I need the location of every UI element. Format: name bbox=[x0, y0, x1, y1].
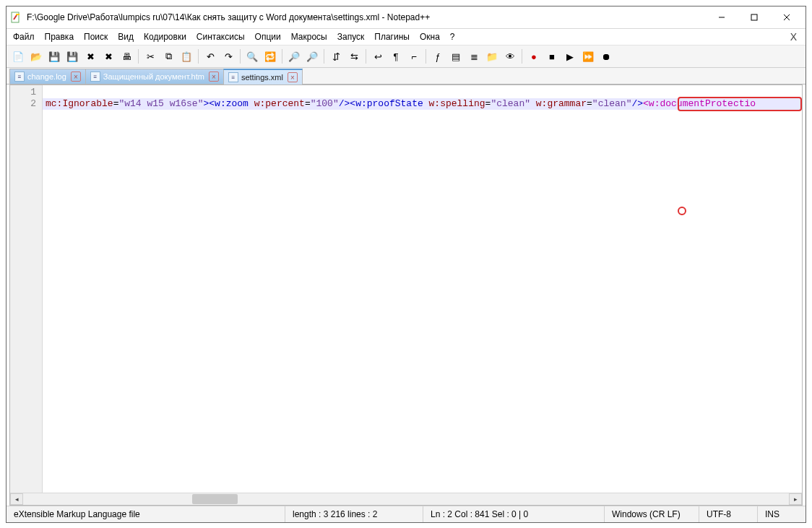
xml-self-close: /> bbox=[339, 98, 350, 109]
monitor-icon[interactable]: 👁 bbox=[501, 48, 519, 65]
xml-attr-value: "100" bbox=[311, 98, 339, 109]
xml-tag-highlighted: <w:documentProtectio bbox=[643, 98, 756, 109]
xml-attr-name: mc:Ignorable bbox=[46, 98, 113, 109]
menu-plugins[interactable]: Плагины bbox=[369, 30, 415, 43]
file-icon: ≡ bbox=[14, 72, 25, 82]
xml-tag: <w:zoom bbox=[209, 98, 249, 109]
xml-self-close: /> bbox=[631, 98, 643, 109]
menu-search[interactable]: Поиск bbox=[79, 30, 113, 43]
menu-macro[interactable]: Макросы bbox=[286, 30, 332, 43]
minimize-button[interactable] bbox=[705, 7, 738, 27]
tab-change-log[interactable]: ≡ change.log × bbox=[9, 69, 86, 84]
status-eol[interactable]: Windows (CR LF) bbox=[605, 506, 699, 522]
save-all-icon[interactable]: 💾 bbox=[64, 48, 81, 65]
undo-icon[interactable]: ↶ bbox=[202, 48, 219, 65]
new-file-icon[interactable]: 📄 bbox=[9, 48, 27, 65]
app-window: F:\Google Drive\Работа\lumpics ru\07\14\… bbox=[6, 6, 806, 523]
tab-close-icon[interactable]: × bbox=[288, 72, 298, 82]
zoom-in-icon[interactable]: 🔎 bbox=[285, 48, 303, 65]
xml-attr-value: "w14 w15 w16se" bbox=[118, 98, 203, 109]
close-button[interactable] bbox=[770, 7, 803, 27]
window-title: F:\Google Drive\Работа\lumpics ru\07\14\… bbox=[27, 12, 430, 22]
toolbar-separator bbox=[240, 49, 241, 64]
menu-edit[interactable]: Правка bbox=[40, 30, 79, 43]
close-icon[interactable]: ✖ bbox=[82, 48, 99, 65]
code-area[interactable]: mc:Ignorable="w14 w15 w16se"><w:zoom w:p… bbox=[43, 85, 802, 493]
toolbar-separator bbox=[138, 49, 139, 64]
toolbar: 📄📂💾💾✖✖🖶✂⧉📋↶↷🔍🔁🔎🔎⇵⇆↩¶⌐ƒ▤≣📁👁●■▶⏩⏺ bbox=[7, 45, 805, 68]
toolbar-separator bbox=[366, 49, 366, 64]
toolbar-separator bbox=[282, 49, 282, 64]
menubar: Файл Правка Поиск Вид Кодировки Синтакси… bbox=[7, 29, 805, 45]
save-macro-icon[interactable]: ⏺ bbox=[597, 48, 615, 65]
folder-icon[interactable]: 📁 bbox=[483, 48, 501, 65]
all-chars-icon[interactable]: ¶ bbox=[387, 48, 405, 65]
cut-icon[interactable]: ✂ bbox=[142, 48, 159, 65]
run-macro-icon[interactable]: ⏩ bbox=[579, 48, 597, 65]
statusbar: eXtensible Markup Language file length :… bbox=[7, 506, 805, 522]
toolbar-separator bbox=[426, 49, 426, 64]
lang-icon[interactable]: ƒ bbox=[429, 48, 446, 65]
paste-icon[interactable]: 📋 bbox=[178, 48, 195, 65]
xml-attr-value: "clean" bbox=[592, 98, 632, 109]
redo-icon[interactable]: ↷ bbox=[220, 48, 237, 65]
scroll-right-button[interactable]: ▸ bbox=[789, 493, 802, 505]
menu-file[interactable]: Файл bbox=[8, 30, 40, 43]
tab-settings-xml[interactable]: ≡ settings.xml × bbox=[223, 69, 303, 85]
toolbar-separator bbox=[324, 49, 324, 64]
line-number: 1 bbox=[10, 87, 42, 98]
menu-language[interactable]: Синтаксисы bbox=[191, 30, 250, 43]
gutter: 1 2 bbox=[10, 85, 43, 493]
editor-wrap: 1 2 mc:Ignorable="w14 w15 w16se"><w:zoom… bbox=[9, 85, 803, 506]
file-icon: ≡ bbox=[90, 72, 100, 82]
indent-guide-icon[interactable]: ⌐ bbox=[405, 48, 423, 65]
scroll-left-button[interactable]: ◂ bbox=[10, 493, 23, 505]
menu-window[interactable]: Окна bbox=[415, 30, 445, 43]
print-icon[interactable]: 🖶 bbox=[118, 48, 135, 65]
scroll-track[interactable] bbox=[24, 494, 788, 504]
scroll-thumb[interactable] bbox=[192, 494, 238, 504]
copy-icon[interactable]: ⧉ bbox=[160, 48, 177, 65]
svg-rect-1 bbox=[16, 14, 20, 15]
tab-protected-doc[interactable]: ≡ Защищенный документ.htm × bbox=[85, 69, 224, 84]
status-caret: Ln : 2 Col : 841 Sel : 0 | 0 bbox=[423, 506, 605, 522]
record-icon[interactable]: ● bbox=[525, 48, 543, 65]
menu-close-x-icon[interactable]: X bbox=[790, 31, 804, 43]
maximize-button[interactable] bbox=[738, 7, 770, 27]
status-length-lines: length : 3 216 lines : 2 bbox=[285, 506, 423, 522]
horizontal-scrollbar[interactable]: ◂ ▸ bbox=[10, 493, 802, 505]
toolbar-separator bbox=[522, 49, 522, 64]
xml-attr-name: w:spelling bbox=[423, 98, 485, 109]
play-icon[interactable]: ▶ bbox=[561, 48, 579, 65]
close-all-icon[interactable]: ✖ bbox=[100, 48, 117, 65]
stop-icon[interactable]: ■ bbox=[543, 48, 561, 65]
find-icon[interactable]: 🔍 bbox=[243, 48, 261, 65]
word-wrap-icon[interactable]: ↩ bbox=[369, 48, 386, 65]
toolbar-separator bbox=[198, 49, 199, 64]
menu-view[interactable]: Вид bbox=[113, 30, 139, 43]
tabbar: ≡ change.log × ≡ Защищенный документ.htm… bbox=[7, 68, 805, 85]
open-file-icon[interactable]: 📂 bbox=[27, 48, 45, 65]
tab-close-icon[interactable]: × bbox=[209, 72, 219, 82]
xml-attr-name: w:grammar bbox=[530, 98, 587, 109]
app-icon bbox=[9, 11, 22, 24]
sync-v-icon[interactable]: ⇵ bbox=[327, 48, 345, 65]
status-language: eXtensible Markup Language file bbox=[7, 506, 285, 522]
xml-attr-value: "clean" bbox=[491, 98, 530, 109]
replace-icon[interactable]: 🔁 bbox=[262, 48, 279, 65]
menu-run[interactable]: Запуск bbox=[332, 30, 370, 43]
menu-help[interactable]: ? bbox=[445, 30, 460, 43]
status-encoding[interactable]: UTF-8 bbox=[699, 506, 758, 522]
menu-settings[interactable]: Опции bbox=[250, 30, 286, 43]
function-list-icon[interactable]: ≣ bbox=[465, 48, 483, 65]
doc-map-icon[interactable]: ▤ bbox=[447, 48, 465, 65]
zoom-out-icon[interactable]: 🔎 bbox=[303, 48, 321, 65]
tab-label: Защищенный документ.htm bbox=[103, 72, 204, 81]
tab-close-icon[interactable]: × bbox=[71, 72, 81, 82]
sync-h-icon[interactable]: ⇆ bbox=[345, 48, 363, 65]
status-mode[interactable]: INS bbox=[758, 506, 805, 522]
svg-rect-3 bbox=[751, 14, 757, 20]
save-icon[interactable]: 💾 bbox=[46, 48, 63, 65]
menu-encoding[interactable]: Кодировки bbox=[139, 30, 191, 43]
editor[interactable]: 1 2 mc:Ignorable="w14 w15 w16se"><w:zoom… bbox=[10, 85, 802, 493]
